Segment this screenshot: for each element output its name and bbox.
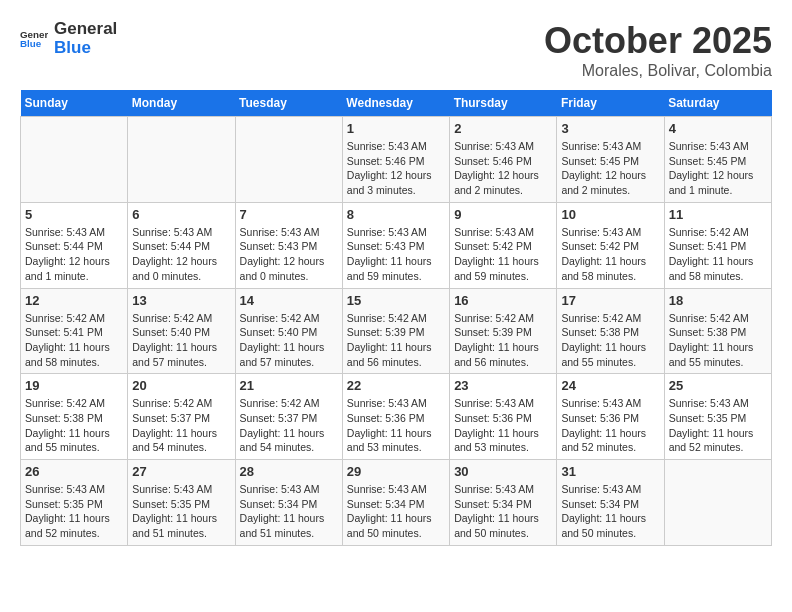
day-info: Sunrise: 5:42 AMSunset: 5:38 PMDaylight:… — [669, 311, 767, 370]
week-row: 19Sunrise: 5:42 AMSunset: 5:38 PMDayligh… — [21, 374, 772, 460]
day-info: Sunrise: 5:43 AMSunset: 5:34 PMDaylight:… — [454, 482, 552, 541]
calendar-cell: 28Sunrise: 5:43 AMSunset: 5:34 PMDayligh… — [235, 460, 342, 546]
calendar-cell — [21, 117, 128, 203]
col-monday: Monday — [128, 90, 235, 117]
day-number: 4 — [669, 121, 767, 136]
calendar-cell — [664, 460, 771, 546]
week-row: 26Sunrise: 5:43 AMSunset: 5:35 PMDayligh… — [21, 460, 772, 546]
calendar-cell: 2Sunrise: 5:43 AMSunset: 5:46 PMDaylight… — [450, 117, 557, 203]
day-number: 5 — [25, 207, 123, 222]
month-title: October 2025 — [544, 20, 772, 62]
calendar-cell: 26Sunrise: 5:43 AMSunset: 5:35 PMDayligh… — [21, 460, 128, 546]
day-number: 23 — [454, 378, 552, 393]
day-number: 27 — [132, 464, 230, 479]
logo-icon: General Blue — [20, 25, 48, 53]
day-info: Sunrise: 5:43 AMSunset: 5:34 PMDaylight:… — [347, 482, 445, 541]
day-info: Sunrise: 5:43 AMSunset: 5:34 PMDaylight:… — [561, 482, 659, 541]
day-number: 17 — [561, 293, 659, 308]
day-number: 22 — [347, 378, 445, 393]
day-info: Sunrise: 5:43 AMSunset: 5:36 PMDaylight:… — [561, 396, 659, 455]
day-number: 30 — [454, 464, 552, 479]
calendar-cell: 12Sunrise: 5:42 AMSunset: 5:41 PMDayligh… — [21, 288, 128, 374]
week-row: 12Sunrise: 5:42 AMSunset: 5:41 PMDayligh… — [21, 288, 772, 374]
day-info: Sunrise: 5:42 AMSunset: 5:41 PMDaylight:… — [669, 225, 767, 284]
day-info: Sunrise: 5:43 AMSunset: 5:43 PMDaylight:… — [240, 225, 338, 284]
day-info: Sunrise: 5:42 AMSunset: 5:40 PMDaylight:… — [132, 311, 230, 370]
day-info: Sunrise: 5:43 AMSunset: 5:36 PMDaylight:… — [454, 396, 552, 455]
day-number: 13 — [132, 293, 230, 308]
day-number: 12 — [25, 293, 123, 308]
calendar-cell: 19Sunrise: 5:42 AMSunset: 5:38 PMDayligh… — [21, 374, 128, 460]
day-number: 28 — [240, 464, 338, 479]
header: General Blue General Blue October 2025 M… — [20, 20, 772, 80]
calendar-cell: 14Sunrise: 5:42 AMSunset: 5:40 PMDayligh… — [235, 288, 342, 374]
logo-blue: Blue — [54, 38, 91, 57]
day-number: 6 — [132, 207, 230, 222]
calendar-cell: 10Sunrise: 5:43 AMSunset: 5:42 PMDayligh… — [557, 202, 664, 288]
header-row: Sunday Monday Tuesday Wednesday Thursday… — [21, 90, 772, 117]
calendar-cell: 15Sunrise: 5:42 AMSunset: 5:39 PMDayligh… — [342, 288, 449, 374]
calendar-cell: 13Sunrise: 5:42 AMSunset: 5:40 PMDayligh… — [128, 288, 235, 374]
day-info: Sunrise: 5:43 AMSunset: 5:46 PMDaylight:… — [454, 139, 552, 198]
day-number: 14 — [240, 293, 338, 308]
calendar-cell: 20Sunrise: 5:42 AMSunset: 5:37 PMDayligh… — [128, 374, 235, 460]
day-info: Sunrise: 5:43 AMSunset: 5:36 PMDaylight:… — [347, 396, 445, 455]
week-row: 5Sunrise: 5:43 AMSunset: 5:44 PMDaylight… — [21, 202, 772, 288]
calendar-table: Sunday Monday Tuesday Wednesday Thursday… — [20, 90, 772, 546]
day-info: Sunrise: 5:43 AMSunset: 5:42 PMDaylight:… — [454, 225, 552, 284]
day-info: Sunrise: 5:43 AMSunset: 5:44 PMDaylight:… — [132, 225, 230, 284]
day-number: 31 — [561, 464, 659, 479]
day-number: 10 — [561, 207, 659, 222]
day-info: Sunrise: 5:43 AMSunset: 5:35 PMDaylight:… — [25, 482, 123, 541]
calendar-cell: 9Sunrise: 5:43 AMSunset: 5:42 PMDaylight… — [450, 202, 557, 288]
day-info: Sunrise: 5:43 AMSunset: 5:42 PMDaylight:… — [561, 225, 659, 284]
day-number: 1 — [347, 121, 445, 136]
day-number: 9 — [454, 207, 552, 222]
day-info: Sunrise: 5:42 AMSunset: 5:40 PMDaylight:… — [240, 311, 338, 370]
day-info: Sunrise: 5:43 AMSunset: 5:35 PMDaylight:… — [132, 482, 230, 541]
day-info: Sunrise: 5:43 AMSunset: 5:34 PMDaylight:… — [240, 482, 338, 541]
calendar-cell: 31Sunrise: 5:43 AMSunset: 5:34 PMDayligh… — [557, 460, 664, 546]
calendar-cell: 4Sunrise: 5:43 AMSunset: 5:45 PMDaylight… — [664, 117, 771, 203]
day-info: Sunrise: 5:43 AMSunset: 5:43 PMDaylight:… — [347, 225, 445, 284]
day-info: Sunrise: 5:42 AMSunset: 5:37 PMDaylight:… — [132, 396, 230, 455]
col-wednesday: Wednesday — [342, 90, 449, 117]
col-saturday: Saturday — [664, 90, 771, 117]
day-info: Sunrise: 5:43 AMSunset: 5:46 PMDaylight:… — [347, 139, 445, 198]
day-number: 19 — [25, 378, 123, 393]
day-number: 16 — [454, 293, 552, 308]
calendar-cell — [235, 117, 342, 203]
day-number: 26 — [25, 464, 123, 479]
calendar-cell: 7Sunrise: 5:43 AMSunset: 5:43 PMDaylight… — [235, 202, 342, 288]
svg-text:Blue: Blue — [20, 38, 42, 49]
day-info: Sunrise: 5:42 AMSunset: 5:38 PMDaylight:… — [25, 396, 123, 455]
calendar-cell: 18Sunrise: 5:42 AMSunset: 5:38 PMDayligh… — [664, 288, 771, 374]
day-number: 8 — [347, 207, 445, 222]
col-friday: Friday — [557, 90, 664, 117]
calendar-cell: 17Sunrise: 5:42 AMSunset: 5:38 PMDayligh… — [557, 288, 664, 374]
calendar-cell: 21Sunrise: 5:42 AMSunset: 5:37 PMDayligh… — [235, 374, 342, 460]
day-info: Sunrise: 5:42 AMSunset: 5:37 PMDaylight:… — [240, 396, 338, 455]
calendar-cell — [128, 117, 235, 203]
day-number: 21 — [240, 378, 338, 393]
calendar-cell: 30Sunrise: 5:43 AMSunset: 5:34 PMDayligh… — [450, 460, 557, 546]
title-area: October 2025 Morales, Bolivar, Colombia — [544, 20, 772, 80]
calendar-cell: 24Sunrise: 5:43 AMSunset: 5:36 PMDayligh… — [557, 374, 664, 460]
col-sunday: Sunday — [21, 90, 128, 117]
calendar-cell: 6Sunrise: 5:43 AMSunset: 5:44 PMDaylight… — [128, 202, 235, 288]
day-info: Sunrise: 5:43 AMSunset: 5:44 PMDaylight:… — [25, 225, 123, 284]
day-number: 7 — [240, 207, 338, 222]
calendar-cell: 3Sunrise: 5:43 AMSunset: 5:45 PMDaylight… — [557, 117, 664, 203]
day-info: Sunrise: 5:42 AMSunset: 5:39 PMDaylight:… — [454, 311, 552, 370]
calendar-cell: 11Sunrise: 5:42 AMSunset: 5:41 PMDayligh… — [664, 202, 771, 288]
day-info: Sunrise: 5:43 AMSunset: 5:45 PMDaylight:… — [561, 139, 659, 198]
day-number: 11 — [669, 207, 767, 222]
day-info: Sunrise: 5:43 AMSunset: 5:45 PMDaylight:… — [669, 139, 767, 198]
calendar-cell: 5Sunrise: 5:43 AMSunset: 5:44 PMDaylight… — [21, 202, 128, 288]
week-row: 1Sunrise: 5:43 AMSunset: 5:46 PMDaylight… — [21, 117, 772, 203]
day-info: Sunrise: 5:42 AMSunset: 5:38 PMDaylight:… — [561, 311, 659, 370]
col-tuesday: Tuesday — [235, 90, 342, 117]
day-number: 20 — [132, 378, 230, 393]
day-number: 2 — [454, 121, 552, 136]
calendar-cell: 8Sunrise: 5:43 AMSunset: 5:43 PMDaylight… — [342, 202, 449, 288]
